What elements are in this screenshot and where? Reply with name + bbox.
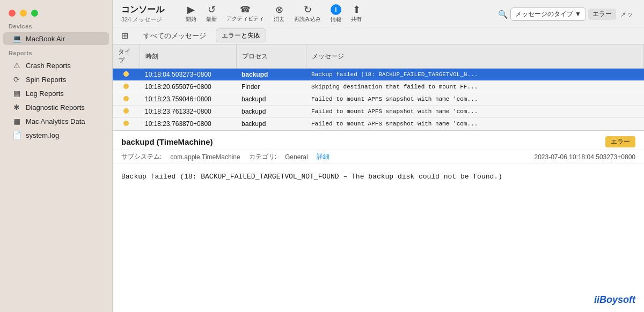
laptop-icon: 💻 xyxy=(12,34,21,43)
clear-button[interactable]: ⊗ 消去 xyxy=(274,5,284,23)
branding-text: iBoysoft xyxy=(597,294,635,305)
error-dot xyxy=(123,71,129,77)
share-icon: ⬆ xyxy=(353,5,361,14)
col-header-time: 時刻 xyxy=(140,44,236,69)
sidebar-item-macbook-air[interactable]: 💻 MacBook Air xyxy=(3,32,109,45)
recent-icon: ↺ xyxy=(208,5,216,14)
app-title-block: コンソール 324 メッセージ xyxy=(121,4,164,24)
recent-button[interactable]: ↺ 最新 xyxy=(206,5,217,23)
col-header-process: プロセス xyxy=(236,44,306,69)
sidebar-item-label: Crash Reports xyxy=(26,62,71,70)
tabbar: ⊞ すべてのメッセージ エラーと失敗 xyxy=(113,27,644,44)
tab-all-messages[interactable]: すべてのメッセージ xyxy=(136,28,214,44)
tab-errors[interactable]: エラーと失敗 xyxy=(216,28,266,43)
row-message-cell: Skipping destination that failed to moun… xyxy=(306,81,644,93)
log-table: タイプ 時刻 プロセス メッセージ 10:18:04.503273+0800ba… xyxy=(113,44,644,130)
error-filter-badge[interactable]: エラー xyxy=(588,9,616,20)
sidebar-item-system-log[interactable]: 📄 system.log xyxy=(3,129,109,142)
table-row[interactable]: 10:18:23.761332+0800backupdFailed to mou… xyxy=(113,106,644,118)
activity-label: アクティビティ xyxy=(226,15,264,23)
minimize-button[interactable] xyxy=(20,10,27,17)
row-message-cell: Failed to mount APFS snapshot with name … xyxy=(306,106,644,118)
reload-label: 再読み込み xyxy=(294,16,321,23)
error-dot xyxy=(123,121,129,126)
diagnostic-icon: ✱ xyxy=(12,103,21,112)
toolbar-search: 🔍 メッセージのタイプ ▼ エラー メッ xyxy=(498,8,635,21)
table-row[interactable]: 10:18:20.655076+0800FinderSkipping desti… xyxy=(113,81,644,93)
detail-body: Backup failed (18: BACKUP_FAILED_TARGETV… xyxy=(113,164,644,312)
category-value: General xyxy=(285,153,308,161)
search-box[interactable]: メッセージのタイプ ▼ xyxy=(510,8,586,21)
detail-timestamp: 2023-07-06 10:18:04.503273+0800 xyxy=(534,153,635,161)
row-message-cell: Failed to mount APFS snapshot with name … xyxy=(306,118,644,130)
row-time-cell: 10:18:20.655076+0800 xyxy=(140,81,236,93)
sidebar-item-diagnostic-reports[interactable]: ✱ Diagnostic Reports xyxy=(3,101,109,114)
subsystem-value: com.apple.TimeMachine xyxy=(170,153,240,161)
detail-header: backupd (TimeMachine) エラー xyxy=(113,131,644,150)
reload-icon: ↻ xyxy=(304,5,312,14)
row-message-cell: Backup failed (18: BACKUP_FAILED_TARGETV… xyxy=(306,69,644,81)
table-row[interactable]: 10:18:04.503273+0800backupdBackup failed… xyxy=(113,69,644,81)
row-time-cell: 10:18:23.761332+0800 xyxy=(140,106,236,118)
error-dot xyxy=(123,96,129,101)
sidebar-item-label: system.log xyxy=(26,131,59,139)
row-process-cell: backupd xyxy=(236,69,306,81)
message-count: 324 メッセージ xyxy=(121,16,164,24)
activity-icon: ☎ xyxy=(240,5,251,14)
detail-error-badge: エラー xyxy=(605,136,635,147)
reload-button[interactable]: ↻ 再読み込み xyxy=(294,5,321,23)
info-button[interactable]: i 情報 xyxy=(331,4,341,24)
category-label: カテゴリ: xyxy=(249,152,276,161)
sidebar-toggle-button[interactable]: ⊞ xyxy=(119,27,130,44)
table-row[interactable]: 10:18:23.763870+0800backupdFailed to mou… xyxy=(113,118,644,130)
sidebar-item-log-reports[interactable]: ▤ Log Reports xyxy=(3,87,109,100)
titlebar: コンソール 324 メッセージ ▶ 開始 ↺ 最新 ☎ アクティビティ ⊗ xyxy=(113,0,644,27)
sidebar-item-label: Spin Reports xyxy=(26,76,66,84)
sidebar-item-crash-reports[interactable]: ⚠ Crash Reports xyxy=(3,59,109,72)
row-time-cell: 10:18:23.759046+0800 xyxy=(140,93,236,106)
detail-title: backupd (TimeMachine) xyxy=(121,137,213,146)
file-icon: 📄 xyxy=(12,131,21,139)
recent-label: 最新 xyxy=(206,16,217,23)
search-icon[interactable]: 🔍 xyxy=(498,10,508,18)
log-icon: ▤ xyxy=(12,89,21,98)
row-process-cell: backupd xyxy=(236,118,306,130)
table-row[interactable]: 10:18:23.759046+0800backupdFailed to mou… xyxy=(113,93,644,106)
clear-label: 消去 xyxy=(274,16,284,23)
devices-section-label: Devices xyxy=(0,19,112,32)
sidebar-item-mac-analytics-data[interactable]: ▦ Mac Analytics Data xyxy=(3,115,109,128)
info-icon: i xyxy=(331,4,341,15)
start-icon: ▶ xyxy=(187,5,195,14)
row-type-cell xyxy=(113,81,140,93)
row-type-cell xyxy=(113,93,140,106)
row-time-cell: 10:18:04.503273+0800 xyxy=(140,69,236,81)
info-label: 情報 xyxy=(331,16,341,24)
close-button[interactable] xyxy=(9,10,16,17)
spin-icon: ⟳ xyxy=(12,75,21,84)
sidebar-item-label: Log Reports xyxy=(26,90,64,98)
row-type-cell xyxy=(113,106,140,118)
main-content: コンソール 324 メッセージ ▶ 開始 ↺ 最新 ☎ アクティビティ ⊗ xyxy=(113,0,644,312)
branding: iiBoysoft xyxy=(594,294,635,306)
detail-link[interactable]: 詳細 xyxy=(317,152,330,161)
reports-section-label: Reports xyxy=(0,46,112,58)
share-label: 共有 xyxy=(351,16,362,23)
error-dot xyxy=(123,84,129,89)
message-type-filter[interactable]: メッセージのタイプ ▼ xyxy=(515,10,581,19)
start-label: 開始 xyxy=(186,16,196,23)
sidebar: Devices 💻 MacBook Air Reports ⚠ Crash Re… xyxy=(0,0,113,312)
row-process-cell: backupd xyxy=(236,93,306,106)
clear-icon: ⊗ xyxy=(275,5,283,14)
filter-msg: メッ xyxy=(618,9,635,20)
start-button[interactable]: ▶ 開始 xyxy=(186,5,196,23)
detail-meta: サブシステム: com.apple.TimeMachine カテゴリ: Gene… xyxy=(113,150,644,164)
share-button[interactable]: ⬆ 共有 xyxy=(351,5,362,23)
maximize-button[interactable] xyxy=(31,10,38,17)
log-table-wrap[interactable]: タイプ 時刻 プロセス メッセージ 10:18:04.503273+0800ba… xyxy=(113,44,644,130)
sidebar-item-label: Mac Analytics Data xyxy=(26,117,85,125)
sidebar-item-spin-reports[interactable]: ⟳ Spin Reports xyxy=(3,73,109,86)
col-header-message: メッセージ xyxy=(306,44,644,69)
activity-button[interactable]: ☎ アクティビティ xyxy=(226,5,264,23)
row-process-cell: Finder xyxy=(236,81,306,93)
subsystem-label: サブシステム: xyxy=(121,152,162,161)
